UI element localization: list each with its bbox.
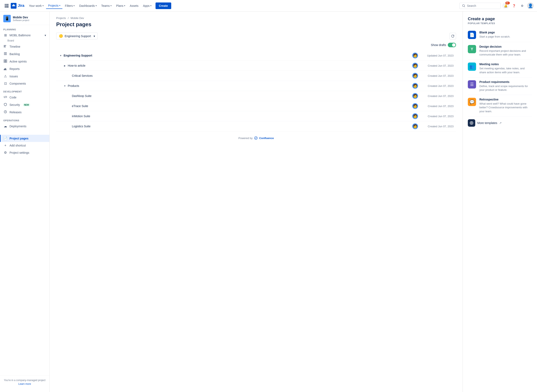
sidebar-item-security[interactable]: Security NEW	[0, 101, 49, 108]
components-icon: ⊡	[3, 81, 7, 85]
template-item-blank-page[interactable]: 📄 Blank page Start a page from scratch.	[468, 28, 532, 42]
page-title-text: How-to article	[68, 64, 240, 67]
chevron-down-icon: ▾	[74, 5, 75, 7]
create-button[interactable]: Create	[156, 2, 171, 9]
sidebar-item-deployments[interactable]: ☁ Deployments	[0, 122, 49, 130]
refresh-button[interactable]	[449, 33, 456, 39]
nav-assets[interactable]: Assets	[128, 3, 140, 9]
nav-dashboards[interactable]: Dashboards ▾	[77, 3, 99, 9]
space-icon: 🟡	[59, 34, 63, 38]
learn-more-link[interactable]: Learn more	[3, 383, 46, 385]
template-description: Record important project decisions and c…	[479, 49, 532, 56]
space-selector[interactable]: 🟡 Engineering Support ▾	[56, 33, 98, 39]
page-date: Created Jun 07, 2023	[421, 125, 454, 128]
show-drafts-row: Show drafts	[56, 43, 456, 47]
table-row[interactable]: Dashloop Suite 🧑 Created Jun 07, 2023	[56, 91, 456, 101]
nav-teams[interactable]: Teams ▾	[99, 3, 114, 9]
more-templates-button[interactable]: More templates ↗	[468, 116, 532, 130]
settings-button[interactable]: ⚙	[519, 2, 525, 9]
timeline-icon	[3, 45, 7, 49]
nav-projects[interactable]: Projects ▾	[46, 3, 62, 9]
template-item-product-requirements[interactable]: ☰ Product requirements Define, track and…	[468, 77, 532, 95]
sidebar-item-active-sprints[interactable]: Active sprints	[0, 58, 49, 65]
product-requirements-icon: ☰	[468, 80, 476, 89]
sidebar: 📱 Mobile Dev Software project PLANNING ⊞…	[0, 12, 50, 392]
breadcrumb: Projects / Mobile Dev	[56, 17, 456, 20]
svg-rect-19	[5, 60, 7, 61]
search-icon	[462, 4, 465, 7]
space-selector-label: Engineering Support	[65, 34, 91, 38]
expand-toggle[interactable]: ▼	[63, 84, 67, 88]
avatar: 🧑	[412, 83, 418, 89]
top-navigation: Jira Your work ▾ Projects ▾ Filters ▾ Da…	[0, 0, 537, 12]
project-icon: 📱	[3, 15, 11, 22]
svg-rect-14	[4, 47, 6, 47]
popular-templates-label: POPULAR TEMPLATES	[468, 22, 532, 24]
pages-list: ▼ Engineering Support 🧑 Updated Jun 07, …	[56, 51, 456, 131]
show-drafts-toggle[interactable]	[448, 43, 456, 47]
sidebar-item-add-shortcut[interactable]: + Add shortcut	[0, 142, 49, 149]
template-title: Retrospective	[479, 98, 532, 101]
sidebar-item-releases[interactable]: Releases	[0, 108, 49, 116]
table-row[interactable]: ▼ Products 🧑 Created Jun 07, 2023	[56, 81, 456, 91]
main-nav: Your work ▾ Projects ▾ Filters ▾ Dashboa…	[27, 2, 459, 9]
sidebar-item-issues[interactable]: ⚠ Issues	[0, 73, 49, 80]
expand-toggle[interactable]: ▶	[63, 64, 67, 68]
right-panel: Create a page POPULAR TEMPLATES 📄 Blank …	[463, 12, 537, 392]
template-description: Define, track and scope requirements for…	[479, 84, 532, 92]
sidebar-item-components[interactable]: ⊡ Components	[0, 80, 49, 87]
svg-rect-17	[4, 55, 7, 55]
sidebar-item-code[interactable]: Code	[0, 94, 49, 101]
search-box[interactable]: Search	[459, 3, 501, 9]
board-icon: ⊞	[3, 33, 7, 37]
expand-toggle[interactable]: ▼	[59, 53, 63, 58]
template-title: Blank page	[479, 31, 510, 34]
breadcrumb-project[interactable]: Mobile Dev	[71, 17, 84, 20]
nav-filters[interactable]: Filters ▾	[63, 3, 77, 9]
chevron-down-icon: ▾	[124, 5, 125, 7]
notifications-button[interactable]: 🔔 9+	[502, 2, 509, 9]
operations-section-label: OPERATIONS	[0, 116, 49, 122]
svg-rect-3	[5, 5, 6, 6]
table-row[interactable]: ▶ How-to article 🧑 Created Jun 07, 2023	[56, 61, 456, 71]
table-row[interactable]: ▼ Engineering Support 🧑 Updated Jun 07, …	[56, 51, 456, 61]
jira-logo[interactable]: Jira	[11, 3, 24, 9]
reports-icon	[3, 67, 7, 71]
planning-section-label: PLANNING	[0, 25, 49, 32]
template-item-retrospective[interactable]: 💬 Retrospective What went well? What cou…	[468, 95, 532, 116]
help-button[interactable]: ❓	[511, 2, 517, 9]
table-row[interactable]: inMotion Suite 🧑 Created Jun 07, 2023	[56, 111, 456, 121]
nav-plans[interactable]: Plans ▾	[114, 3, 127, 9]
sidebar-item-reports[interactable]: Reports	[0, 65, 49, 73]
table-row[interactable]: Critical Services 🧑 Created Jun 07, 2023	[56, 71, 456, 81]
template-item-meeting-notes[interactable]: 👥 Meeting notes Set meeting agendas, tak…	[468, 60, 532, 77]
project-header: 📱 Mobile Dev Software project	[0, 12, 49, 25]
table-row[interactable]: eTrace Suite 🧑 Created Jun 07, 2023	[56, 101, 456, 111]
blank-page-icon: 📄	[468, 31, 476, 39]
sidebar-item-backlog[interactable]: Backlog	[0, 50, 49, 58]
retrospective-icon: 💬	[468, 98, 476, 106]
breadcrumb-projects[interactable]: Projects	[56, 17, 66, 20]
nav-apps[interactable]: Apps ▾	[141, 3, 153, 9]
project-settings-icon: ⚙	[3, 151, 7, 154]
svg-point-10	[462, 5, 465, 7]
sidebar-board[interactable]: ⊞ MOBL Baltimore ▾	[0, 32, 49, 39]
more-templates-label: More templates	[477, 121, 497, 125]
chevron-down-icon: ▾	[94, 34, 95, 38]
board-label: MOBL Baltimore	[10, 34, 31, 37]
nav-your-work[interactable]: Your work ▾	[27, 3, 46, 9]
template-item-design-decision[interactable]: Y Design decision Record important proje…	[468, 42, 532, 60]
sidebar-item-project-settings[interactable]: ⚙ Project settings	[0, 149, 49, 156]
table-row[interactable]: Logistics Suite 🧑 Created Jun 07, 2023	[56, 121, 456, 131]
user-avatar[interactable]: 👤	[527, 2, 534, 9]
page-date: Created Jun 07, 2023	[421, 105, 454, 108]
sidebar-item-timeline[interactable]: Timeline	[0, 43, 49, 50]
add-shortcut-icon: +	[3, 144, 7, 147]
grid-menu-icon[interactable]	[3, 2, 10, 9]
sidebar-item-project-pages[interactable]: 📄 Project pages	[0, 135, 49, 142]
svg-rect-5	[7, 5, 9, 6]
page-title-text: inMotion Suite	[72, 115, 242, 118]
svg-rect-2	[7, 4, 9, 5]
project-pages-icon: 📄	[3, 136, 7, 140]
avatar: 🧑	[412, 73, 418, 79]
